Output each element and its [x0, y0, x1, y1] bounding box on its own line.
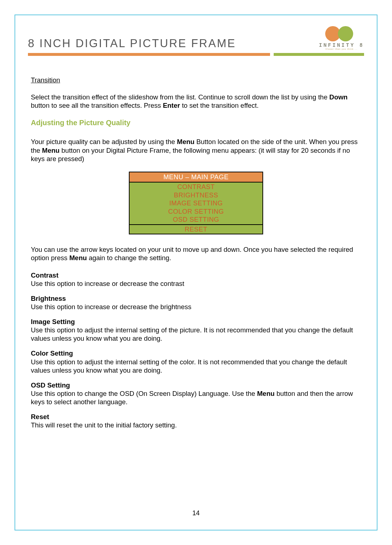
transition-heading: Transition: [31, 76, 361, 84]
option-body: Use this option to adjust the internal s…: [31, 326, 361, 343]
divider-green: [274, 53, 364, 56]
menu-table-header-row: MENU – MAIN PAGE: [129, 172, 263, 183]
text: button to see all the transition effects…: [31, 102, 163, 109]
logo-tagline: Closer than you think ...: [326, 48, 358, 50]
option-reset: Reset This will reset the unit to the in…: [31, 413, 361, 429]
logo-icon: [325, 26, 358, 41]
page-title: 8 INCH DIGITAL PICTURE FRAME: [28, 37, 236, 50]
bold-enter: Enter: [163, 102, 180, 109]
option-title: Image Setting: [31, 317, 361, 326]
text: again to change the setting.: [87, 254, 171, 262]
menu-table-footer: RESET: [129, 225, 263, 234]
option-title: OSD Setting: [31, 381, 361, 389]
menu-item: CONTRAST: [130, 183, 262, 191]
option-osd-setting: OSD Setting Use this option to change th…: [31, 381, 361, 406]
option-title: Contrast: [31, 271, 361, 279]
text: button on your Digital Picture Frame, th…: [31, 147, 350, 163]
option-body: Use this option to increase or decrease …: [31, 279, 361, 288]
text: Use this option to change the OSD (On Sc…: [31, 390, 257, 397]
page-frame: 8 INCH DIGITAL PICTURE FRAME INFINITY 8 …: [15, 15, 377, 530]
bold-menu: Menu: [257, 390, 274, 397]
option-body: Use this option to increase or decrease …: [31, 303, 361, 311]
option-color-setting: Color Setting Use this option to adjust …: [31, 349, 361, 374]
option-brightness: Brightness Use this option to increase o…: [31, 294, 361, 311]
option-title: Brightness: [31, 294, 361, 303]
menu-item: BRIGHTNESS: [130, 191, 262, 200]
logo: INFINITY 8 Closer than you think ...: [319, 26, 364, 50]
content-area: Transition Select the transition effect …: [28, 76, 364, 429]
bold-down: Down: [329, 93, 347, 101]
logo-text: INFINITY 8: [319, 42, 364, 48]
option-body: Use this option to adjust the internal s…: [31, 358, 361, 374]
header-divider: [28, 53, 364, 56]
menu-table-body-row: CONTRAST BRIGHTNESS IMAGE SETTING COLOR …: [129, 182, 263, 225]
bold-menu: Menu: [42, 147, 60, 154]
option-title: Reset: [31, 413, 361, 421]
menu-item: OSD SETTING: [130, 216, 262, 224]
bold-menu: Menu: [177, 138, 194, 146]
header: 8 INCH DIGITAL PICTURE FRAME INFINITY 8 …: [28, 26, 364, 50]
menu-table-header: MENU – MAIN PAGE: [129, 172, 263, 183]
text: Select the transition effect of the slid…: [31, 93, 329, 101]
page-number: 14: [15, 509, 377, 517]
option-image-setting: Image Setting Use this option to adjust …: [31, 317, 361, 343]
menu-table-footer-row: RESET: [129, 225, 263, 234]
divider-orange: [28, 53, 270, 56]
text: to set the transition effect.: [180, 102, 259, 109]
adjusting-heading: Adjusting the Picture Quality: [31, 118, 361, 127]
menu-table-items: CONTRAST BRIGHTNESS IMAGE SETTING COLOR …: [129, 182, 263, 225]
option-contrast: Contrast Use this option to increase or …: [31, 271, 361, 288]
option-title: Color Setting: [31, 349, 361, 357]
after-table-paragraph: You can use the arrow keys located on yo…: [31, 245, 361, 262]
bold-menu: Menu: [69, 254, 87, 262]
logo-circle-green-icon: [338, 26, 353, 41]
menu-table: MENU – MAIN PAGE CONTRAST BRIGHTNESS IMA…: [129, 172, 263, 235]
text: Your picture quality can be adjusted by …: [31, 138, 177, 146]
option-body: This will reset the unit to the initial …: [31, 421, 361, 429]
menu-item: COLOR SETTING: [130, 208, 262, 216]
menu-item: IMAGE SETTING: [130, 199, 262, 208]
transition-paragraph: Select the transition effect of the slid…: [31, 93, 361, 110]
option-body: Use this option to change the OSD (On Sc…: [31, 389, 361, 406]
adjusting-intro: Your picture quality can be adjusted by …: [31, 138, 361, 163]
